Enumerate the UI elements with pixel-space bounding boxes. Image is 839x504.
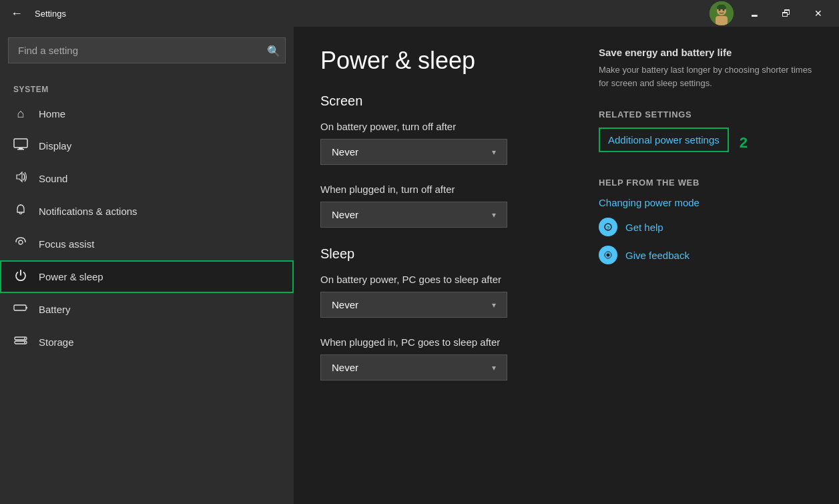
sidebar-item-label: Display (39, 140, 71, 152)
back-button[interactable]: ← (5, 4, 28, 23)
sidebar-item-notifications[interactable]: Notifications & actions (0, 195, 294, 228)
sidebar-item-label: Notifications & actions (39, 206, 137, 217)
give-feedback-icon (599, 246, 617, 264)
energy-desc: Make your battery last longer by choosin… (599, 63, 812, 89)
svg-rect-9 (17, 149, 24, 150)
search-icon[interactable]: 🔍 (267, 44, 280, 57)
sidebar-item-power[interactable]: Power & sleep (0, 260, 294, 293)
chevron-down-icon: ▾ (492, 300, 496, 310)
sleep-plugged-group: When plugged in, PC goes to sleep after … (320, 336, 559, 381)
content-area: Power & sleep Screen On battery power, t… (294, 27, 839, 504)
sleep-section: Sleep On battery power, PC goes to sleep… (320, 246, 559, 381)
sidebar-item-label: Home (39, 108, 65, 119)
sleep-battery-group: On battery power, PC goes to sleep after… (320, 274, 559, 318)
changing-power-mode-link[interactable]: Changing power mode (599, 197, 812, 208)
svg-rect-14 (26, 307, 27, 309)
svg-rect-6 (718, 5, 725, 7)
sidebar-item-display[interactable]: Display (0, 130, 294, 162)
screen-plugged-group: When plugged in, turn off after Never ▾ (320, 184, 559, 228)
sidebar-item-label: Focus assist (39, 238, 94, 250)
sidebar-item-battery[interactable]: Battery (0, 293, 294, 326)
svg-point-12 (19, 240, 23, 244)
svg-text:?: ? (607, 225, 610, 231)
energy-title: Save energy and battery life (599, 47, 812, 58)
svg-point-22 (607, 254, 610, 257)
battery-icon (13, 302, 28, 317)
storage-icon (13, 334, 28, 350)
sound-icon (13, 171, 28, 186)
minimize-button[interactable]: 🗕 (739, 3, 770, 23)
page-title: Power & sleep (320, 47, 559, 75)
sidebar: 🔍 System ⌂ Home Display (0, 27, 294, 504)
give-feedback-item: Give feedback (599, 246, 812, 264)
titlebar-left: ← Settings (5, 4, 66, 23)
sleep-battery-label: On battery power, PC goes to sleep after (320, 274, 559, 285)
screen-plugged-value: Never (332, 209, 358, 220)
power-icon (13, 269, 28, 284)
get-help-item: ? Get help (599, 218, 812, 236)
sleep-plugged-value: Never (332, 362, 358, 373)
display-icon (13, 138, 28, 154)
sleep-battery-dropdown[interactable]: Never ▾ (320, 292, 507, 318)
chevron-down-icon: ▾ (492, 363, 496, 372)
help-section-title: Help from the web (599, 178, 812, 188)
restore-button[interactable]: 🗗 (771, 3, 802, 23)
avatar (710, 1, 734, 25)
main-layout: 🔍 System ⌂ Home Display (0, 27, 839, 504)
chevron-down-icon: ▾ (492, 148, 496, 157)
related-settings-label: Related settings (599, 109, 812, 119)
sidebar-item-home[interactable]: ⌂ Home (0, 98, 294, 130)
search-input[interactable] (8, 37, 286, 63)
focus-icon (13, 236, 28, 252)
step-badge-2: 2 (740, 134, 748, 152)
sidebar-item-label: Storage (39, 336, 74, 348)
screen-plugged-label: When plugged in, turn off after (320, 184, 559, 195)
svg-marker-10 (17, 172, 22, 182)
related-settings-section: Related settings Additional power settin… (599, 109, 812, 158)
svg-point-17 (24, 338, 25, 339)
additional-power-settings-link[interactable]: Additional power settings (599, 128, 729, 152)
save-energy-section: Save energy and battery life Make your b… (599, 47, 812, 89)
titlebar: ← Settings 🗕 🗗 ✕ (0, 0, 839, 27)
content-aside: Save energy and battery life Make your b… (599, 47, 812, 484)
sleep-plugged-dropdown[interactable]: Never ▾ (320, 354, 507, 381)
screen-section-title: Screen (320, 93, 559, 109)
sidebar-item-focus[interactable]: Focus assist (0, 228, 294, 260)
screen-plugged-dropdown[interactable]: Never ▾ (320, 202, 507, 228)
svg-point-18 (24, 342, 25, 343)
sidebar-item-sound[interactable]: Sound (0, 162, 294, 195)
home-icon: ⌂ (13, 107, 28, 121)
screen-battery-value: Never (332, 146, 358, 158)
screen-battery-label: On battery power, turn off after (320, 121, 559, 132)
svg-rect-8 (19, 148, 23, 149)
notifications-icon (13, 204, 28, 219)
titlebar-controls: 🗕 🗗 ✕ (739, 3, 834, 23)
sidebar-search-container: 🔍 (8, 37, 286, 63)
sleep-battery-value: Never (332, 299, 358, 310)
svg-rect-7 (14, 139, 27, 148)
screen-battery-dropdown[interactable]: Never ▾ (320, 139, 507, 165)
svg-rect-13 (14, 305, 26, 310)
sidebar-item-storage[interactable]: Storage (0, 326, 294, 358)
give-feedback-link[interactable]: Give feedback (625, 250, 689, 261)
sidebar-item-label: Power & sleep (39, 271, 103, 282)
get-help-link[interactable]: Get help (625, 222, 663, 233)
sleep-plugged-label: When plugged in, PC goes to sleep after (320, 336, 559, 348)
chevron-down-icon: ▾ (492, 210, 496, 220)
svg-rect-2 (716, 16, 728, 25)
get-help-icon: ? (599, 218, 617, 236)
sidebar-item-label: Sound (39, 173, 67, 184)
titlebar-title: Settings (35, 9, 66, 19)
sidebar-item-label: Battery (39, 304, 71, 315)
screen-battery-group: On battery power, turn off after Never ▾ (320, 121, 559, 165)
sidebar-nav: ⌂ Home Display (0, 98, 294, 358)
main-content: Power & sleep Screen On battery power, t… (320, 47, 559, 484)
close-button[interactable]: ✕ (803, 3, 834, 23)
system-section-label: System (0, 74, 294, 98)
sleep-section-title: Sleep (320, 246, 559, 262)
help-section: Help from the web Changing power mode ? … (599, 178, 812, 264)
